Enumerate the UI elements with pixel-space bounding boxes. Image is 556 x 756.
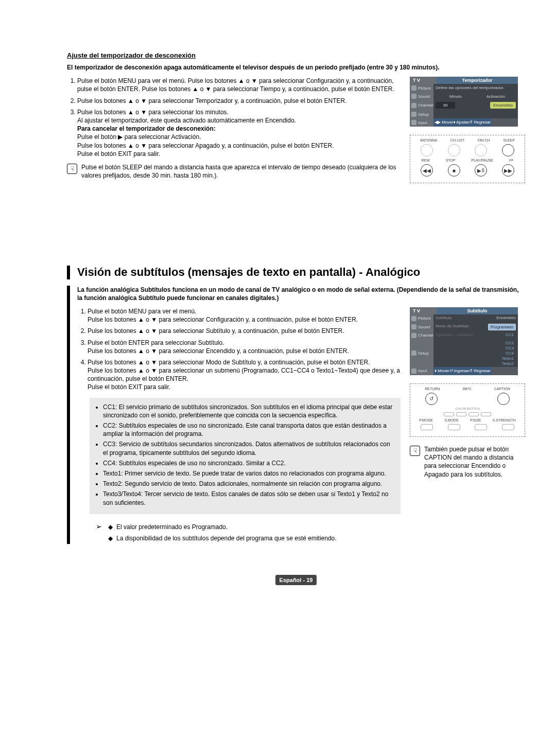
caption-step-1: Pulse el botón MENU para ver el menú. Pu… [88,307,401,324]
step-1: Pulse el botón MENU para ver el menú. Pu… [77,77,401,93]
caption-notes: ➢◆El valor predeterminado es Programado.… [77,520,401,544]
step-3: Pulse los botones ▲ o ▼ para seleccionar… [77,108,401,158]
step-2: Pulse los botones ▲ o ▼ para seleccionar… [77,97,401,105]
page-footer: Español - 19 [67,575,525,585]
captions-heading: Visión de subtítulos (mensajes de texto … [67,266,525,279]
menu-side-picture: Picture [410,84,433,92]
playpause-button: ▶II [475,164,487,177]
remote-hint-icon: ☟ [67,164,77,174]
sleep-timer-hint: ☟ Pulse el botón SLEEP del mando a dista… [67,163,401,180]
stop-button: ■ [448,164,460,177]
return-button: ↺ [425,393,438,405]
caption-step-3: Pulse el botón ENTER para seleccionar Su… [88,339,401,355]
antenna-button [421,144,433,156]
menu-side-input: Input [410,118,433,127]
caption-definitions: CC1: El servicio primario de subtítulos … [90,398,401,514]
sleep-timer-steps: Pulse el botón MENU para ver el menú. Pu… [67,77,401,180]
caption-step-4: Pulse los botones ▲ o ▼ para seleccionar… [88,358,401,392]
sleep-timer-title: Ajuste del temporizador de desconexión [67,51,525,59]
remote-diagram-sleep: ANTENNACH LISTFAV.CHSLEEP REWSTOPPLAY/PA… [410,135,525,183]
caption-mode-selected: Programado [488,324,516,330]
section-sleep-timer: Ajuste del temporizador de desconexión E… [67,51,525,183]
menu-side-channel: Channel [410,100,433,110]
menu-screenshot-timer: T V Temporizador Picture Define las opci… [410,77,518,127]
favch-button [475,144,487,156]
sleep-button [502,144,514,156]
rew-button: ◀◀ [421,164,433,177]
ff-button: ▶▶ [502,164,514,177]
chlist-button [448,144,460,156]
remote-diagram-caption: RETURNINFOCAPTION ↺ COLOR BUTTON P.MODES… [410,383,525,437]
caption-remote-tip: ☟ También puede pulsar el botón CAPTION … [410,445,525,479]
caption-button [497,393,510,405]
timer-minute-value: 30 [436,102,455,109]
menu-screenshot-subtitle: T V Subtítulo Picture Subtítulo Encendid… [410,307,518,375]
menu-side-setup: Setup [410,110,433,118]
sleep-timer-lead: El temporizador de desconexión apaga aut… [67,63,525,72]
menu-side-sound: Sound [410,92,433,100]
timer-activation-value: Encendido [490,102,516,109]
remote-hint-icon: ☟ [410,446,420,456]
captions-lead: La función analógica Subtítulos funciona… [77,286,525,302]
caption-step-2: Pulse los botones ▲ o ▼ para seleccionar… [88,327,401,335]
section-captions-analog: Visión de subtítulos (mensajes de texto … [67,266,525,544]
